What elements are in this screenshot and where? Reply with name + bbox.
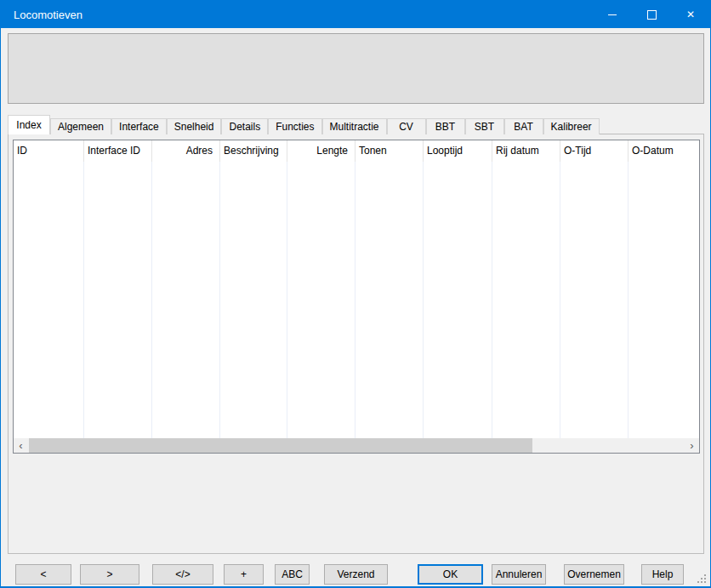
tab-sbt[interactable]: SBT — [465, 118, 504, 134]
table-column — [84, 162, 152, 438]
plus-button[interactable]: + — [224, 564, 264, 585]
column-header-rij-datum[interactable]: Rij datum — [492, 140, 560, 162]
abc-button[interactable]: ABC — [275, 564, 310, 585]
column-header-id[interactable]: ID — [14, 140, 84, 162]
tab-details[interactable]: Details — [221, 118, 268, 134]
column-header-tonen[interactable]: Tonen — [356, 140, 424, 162]
table-column — [492, 162, 560, 438]
close-icon: ✕ — [686, 9, 695, 20]
column-header-interface-id[interactable]: Interface ID — [84, 140, 152, 162]
table-column — [560, 162, 629, 438]
locomotive-list[interactable]: ID Interface ID Adres Beschrijving Lengt… — [13, 140, 700, 454]
tab-snelheid[interactable]: Snelheid — [167, 118, 222, 134]
resize-grip[interactable] — [697, 574, 706, 583]
verzend-button[interactable]: Verzend — [324, 564, 388, 585]
tab-functies[interactable]: Functies — [268, 118, 321, 134]
locomotieven-dialog: Locomotieven ✕ Index Algemeen Interface … — [0, 0, 711, 588]
next-button[interactable]: > — [80, 564, 139, 585]
table-column — [629, 162, 699, 438]
tab-multitractie[interactable]: Multitractie — [322, 118, 387, 134]
close-button[interactable]: ✕ — [671, 1, 710, 28]
column-header-adres[interactable]: Adres — [152, 140, 220, 162]
ok-button[interactable]: OK — [418, 564, 483, 585]
maximize-button[interactable] — [632, 1, 671, 28]
minimize-button[interactable] — [593, 1, 632, 28]
table-column — [220, 162, 287, 438]
maximize-icon — [647, 10, 657, 20]
column-header-o-tijd[interactable]: O-Tijd — [560, 140, 629, 162]
column-header-looptijd[interactable]: Looptijd — [424, 140, 492, 162]
tab-bat[interactable]: BAT — [504, 118, 543, 134]
list-body[interactable] — [14, 162, 699, 438]
annuleren-button[interactable]: Annuleren — [492, 564, 546, 585]
table-column — [356, 162, 424, 438]
scroll-right-arrow-icon[interactable]: › — [685, 438, 699, 453]
list-header: ID Interface ID Adres Beschrijving Lengt… — [14, 140, 699, 162]
scroll-left-arrow-icon[interactable]: ‹ — [14, 438, 28, 453]
scrollbar-thumb[interactable] — [29, 438, 532, 453]
table-column — [14, 162, 84, 438]
code-button[interactable]: </> — [152, 564, 213, 585]
horizontal-scrollbar[interactable]: ‹ › — [14, 438, 699, 453]
table-column — [424, 162, 492, 438]
overnemen-button[interactable]: Overnemen — [564, 564, 624, 585]
table-column — [287, 162, 356, 438]
column-header-o-datum[interactable]: O-Datum — [629, 140, 699, 162]
tab-bbt[interactable]: BBT — [426, 118, 465, 134]
prev-button[interactable]: < — [15, 564, 71, 585]
minimize-icon — [608, 14, 617, 15]
tab-strip: Index Algemeen Interface Snelheid Detail… — [8, 115, 600, 134]
tab-kalibreer[interactable]: Kalibreer — [543, 118, 600, 134]
tab-index[interactable]: Index — [8, 115, 50, 134]
titlebar[interactable]: Locomotieven ✕ — [1, 1, 710, 28]
header-panel — [8, 33, 704, 104]
tab-interface[interactable]: Interface — [111, 118, 167, 134]
table-column — [152, 162, 220, 438]
column-header-beschrijving[interactable]: Beschrijving — [220, 140, 287, 162]
window-title: Locomotieven — [14, 9, 593, 21]
tab-algemeen[interactable]: Algemeen — [50, 118, 111, 134]
tab-cv[interactable]: CV — [387, 118, 426, 134]
column-header-lengte[interactable]: Lengte — [287, 140, 356, 162]
help-button[interactable]: Help — [641, 564, 684, 585]
